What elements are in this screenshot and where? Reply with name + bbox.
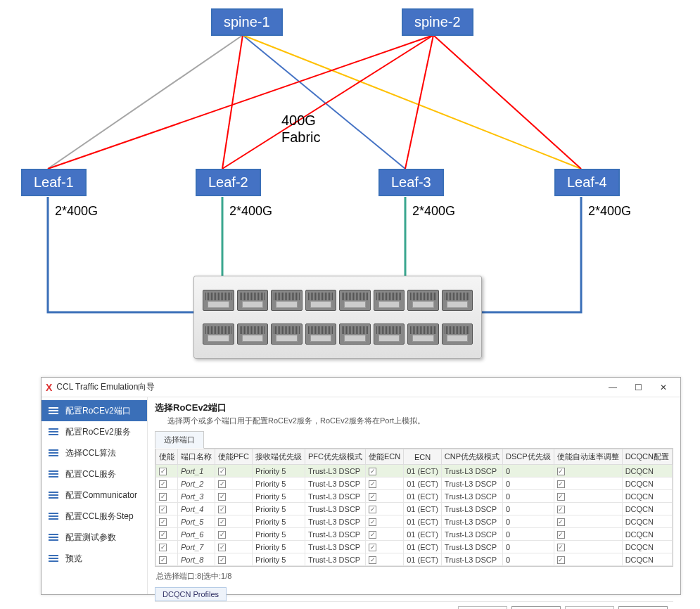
checkbox-ecn[interactable] [369, 556, 376, 564]
cell[interactable]: 0 [503, 490, 554, 503]
cell[interactable] [215, 528, 253, 541]
cell[interactable]: Trust-L3 DSCP [441, 541, 502, 553]
cell[interactable] [215, 477, 253, 490]
cell[interactable]: Port_2 [178, 477, 215, 490]
checkbox-enable[interactable] [159, 480, 167, 488]
cell[interactable]: Priority 5 [253, 465, 305, 477]
checkbox-pfc[interactable] [218, 531, 226, 539]
cell[interactable] [156, 503, 178, 515]
next-button[interactable]: 下一步 [511, 606, 561, 609]
checkbox-auto-rate[interactable] [557, 556, 565, 564]
titlebar[interactable]: X CCL Traffic Emulation向导 — ☐ ✕ [42, 378, 680, 397]
cell[interactable]: DCQCN [622, 528, 672, 541]
checkbox-enable[interactable] [159, 544, 167, 551]
cell[interactable] [215, 465, 253, 477]
finish-button[interactable]: 完成 [565, 606, 614, 609]
checkbox-pfc[interactable] [218, 480, 226, 488]
cell[interactable] [156, 477, 178, 490]
table-row[interactable]: Port_2Priority 5Trust-L3 DSCP01 (ECT)Tru… [156, 477, 673, 490]
cell[interactable]: 01 (ECT) [404, 541, 442, 553]
cell[interactable] [554, 553, 622, 566]
cell[interactable]: Trust-L3 DSCP [305, 465, 366, 477]
cancel-button[interactable]: 退出 [618, 606, 668, 609]
cell[interactable]: Priority 5 [253, 515, 305, 528]
cell[interactable]: Trust-L3 DSCP [305, 528, 366, 541]
sidenav-item-config-ccl-step[interactable]: 配置CCL服务Step [42, 506, 147, 527]
checkbox-enable[interactable] [159, 468, 167, 475]
cell[interactable]: 01 (ECT) [404, 528, 442, 541]
cell[interactable]: Port_4 [178, 503, 215, 515]
checkbox-auto-rate[interactable] [557, 493, 565, 501]
cell[interactable]: 0 [503, 503, 554, 515]
cell[interactable] [366, 490, 404, 503]
cell[interactable] [215, 541, 253, 553]
checkbox-ecn[interactable] [369, 544, 376, 551]
cell[interactable] [554, 465, 622, 477]
cell[interactable]: Port_7 [178, 541, 215, 553]
cell[interactable]: 0 [503, 515, 554, 528]
checkbox-enable[interactable] [159, 518, 167, 526]
checkbox-ecn[interactable] [369, 531, 376, 539]
cell[interactable]: Trust-L3 DSCP [441, 528, 502, 541]
sidenav-item-config-communicator[interactable]: 配置Communicator [42, 485, 147, 506]
cell[interactable] [554, 490, 622, 503]
cell[interactable] [366, 541, 404, 553]
cell[interactable] [215, 503, 253, 515]
cell[interactable] [156, 465, 178, 477]
col-header[interactable]: ECN [404, 449, 442, 465]
cell[interactable]: DCQCN [622, 515, 672, 528]
cell[interactable]: Port_3 [178, 490, 215, 503]
checkbox-pfc[interactable] [218, 556, 226, 564]
checkbox-ecn[interactable] [369, 518, 376, 526]
cell[interactable]: DCQCN [622, 553, 672, 566]
cell[interactable] [554, 515, 622, 528]
cell[interactable] [156, 490, 178, 503]
col-header[interactable]: 使能自动速率调整 [554, 449, 622, 465]
sidenav-item-config-rocev2-port[interactable]: 配置RoCEv2端口 [42, 400, 147, 421]
cell[interactable]: 0 [503, 465, 554, 477]
cell[interactable]: Trust-L3 DSCP [305, 553, 366, 566]
cell[interactable]: 01 (ECT) [404, 465, 442, 477]
cell[interactable] [554, 477, 622, 490]
cell[interactable] [215, 553, 253, 566]
checkbox-auto-rate[interactable] [557, 531, 565, 539]
table-row[interactable]: Port_4Priority 5Trust-L3 DSCP01 (ECT)Tru… [156, 503, 673, 515]
cell[interactable]: Priority 5 [253, 528, 305, 541]
cell[interactable] [366, 515, 404, 528]
checkbox-ecn[interactable] [369, 468, 376, 475]
col-header[interactable]: 端口名称 [178, 449, 215, 465]
cell[interactable] [366, 503, 404, 515]
table-row[interactable]: Port_7Priority 5Trust-L3 DSCP01 (ECT)Tru… [156, 541, 673, 553]
col-header[interactable]: 使能 [156, 449, 178, 465]
cell[interactable]: Trust-L3 DSCP [305, 503, 366, 515]
cell[interactable] [215, 515, 253, 528]
table-row[interactable]: Port_6Priority 5Trust-L3 DSCP01 (ECT)Tru… [156, 528, 673, 541]
cell[interactable]: DCQCN [622, 490, 672, 503]
checkbox-ecn[interactable] [369, 493, 376, 501]
table-row[interactable]: Port_1Priority 5Trust-L3 DSCP01 (ECT)Tru… [156, 465, 673, 477]
checkbox-pfc[interactable] [218, 518, 226, 526]
cell[interactable]: DCQCN [622, 541, 672, 553]
cell[interactable] [554, 541, 622, 553]
sidenav-item-config-ccl-service[interactable]: 配置CCL服务 [42, 463, 147, 485]
cell[interactable]: Trust-L3 DSCP [441, 515, 502, 528]
cell[interactable]: Trust-L3 DSCP [441, 553, 502, 566]
cell[interactable] [366, 465, 404, 477]
cell[interactable]: Priority 5 [253, 503, 305, 515]
checkbox-auto-rate[interactable] [557, 468, 565, 475]
cell[interactable]: Trust-L3 DSCP [305, 490, 366, 503]
cell[interactable] [366, 553, 404, 566]
dcqcn-profiles-button[interactable]: DCQCN Profiles [155, 587, 227, 601]
cell[interactable]: Trust-L3 DSCP [441, 503, 502, 515]
checkbox-ecn[interactable] [369, 506, 376, 513]
checkbox-ecn[interactable] [369, 480, 376, 488]
close-button[interactable]: ✕ [651, 380, 676, 395]
cell[interactable] [366, 528, 404, 541]
maximize-button[interactable]: ☐ [625, 380, 651, 395]
cell[interactable]: 01 (ECT) [404, 515, 442, 528]
cell[interactable]: Trust-L3 DSCP [305, 515, 366, 528]
cell[interactable]: Trust-L3 DSCP [441, 477, 502, 490]
checkbox-enable[interactable] [159, 531, 167, 539]
cell[interactable]: 0 [503, 553, 554, 566]
cell[interactable]: Port_6 [178, 528, 215, 541]
